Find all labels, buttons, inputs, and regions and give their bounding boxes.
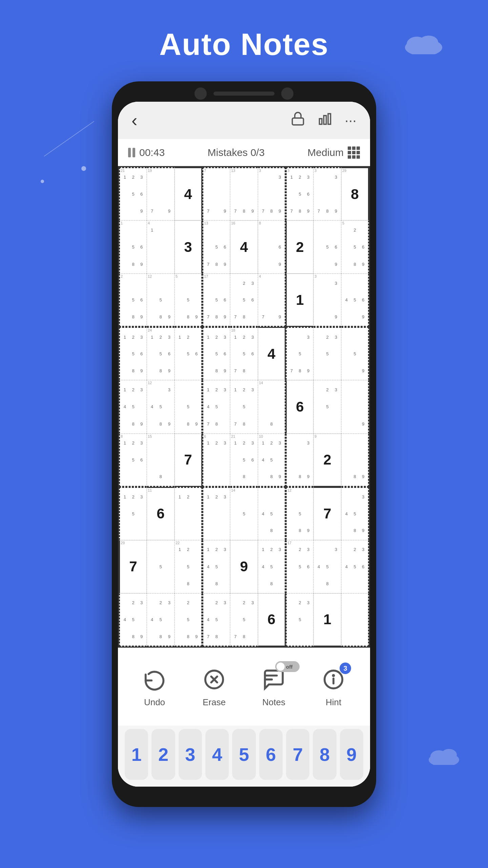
- sudoku-cell-30[interactable]: 1256: [175, 327, 202, 380]
- notes-button[interactable]: off Notes: [260, 666, 287, 708]
- sudoku-cell-15[interactable]: 869: [258, 220, 286, 274]
- undo-button[interactable]: Undo: [141, 666, 168, 708]
- sudoku-cell-63[interactable]: 34589: [341, 487, 369, 540]
- sudoku-cell-77[interactable]: 23578: [230, 593, 258, 647]
- sudoku-cell-52[interactable]: 389: [286, 434, 313, 487]
- sudoku-cell-36[interactable]: 59: [341, 327, 369, 380]
- num-btn-8[interactable]: 8: [313, 729, 336, 780]
- sudoku-cell-3[interactable]: 4: [175, 167, 202, 220]
- sudoku-cell-58[interactable]: 123: [202, 487, 230, 540]
- sudoku-cell-57[interactable]: 12: [175, 487, 202, 540]
- sudoku-cell-13[interactable]: 1356789: [202, 220, 230, 274]
- num-btn-1[interactable]: 1: [125, 729, 148, 780]
- sudoku-cell-28[interactable]: 1235689: [119, 327, 147, 380]
- sudoku-cell-53[interactable]: 92: [313, 434, 341, 487]
- sudoku-cell-79[interactable]: 235: [286, 593, 313, 647]
- sudoku-cell-46[interactable]: 812356: [119, 434, 147, 487]
- sudoku-cell-26[interactable]: 339: [313, 274, 341, 327]
- sudoku-cell-6[interactable]: 33789: [258, 167, 286, 220]
- sudoku-cell-55[interactable]: 1235: [119, 487, 147, 540]
- sudoku-cell-17[interactable]: 569: [313, 220, 341, 274]
- sudoku-cell-21[interactable]: 5589: [175, 274, 202, 327]
- chart-icon[interactable]: [318, 111, 332, 130]
- grid-view-icon[interactable]: [348, 146, 360, 159]
- sudoku-cell-74[interactable]: 234589: [147, 593, 175, 647]
- sudoku-cell-38[interactable]: 1234589: [147, 380, 175, 433]
- sudoku-cell-75[interactable]: 2589: [175, 593, 202, 647]
- pause-icon[interactable]: [128, 148, 135, 157]
- sudoku-cell-60[interactable]: 458: [258, 487, 286, 540]
- sudoku-cell-19[interactable]: 25689: [119, 274, 147, 327]
- sudoku-cell-37[interactable]: 1234589: [119, 380, 147, 433]
- sudoku-cell-70[interactable]: 172356: [286, 540, 313, 593]
- sudoku-cell-66[interactable]: 221258: [175, 540, 202, 593]
- sudoku-cell-64[interactable]: 297: [119, 540, 147, 593]
- sudoku-cell-29[interactable]: 241235689: [147, 327, 175, 380]
- sudoku-cell-23[interactable]: 235678: [230, 274, 258, 327]
- sudoku-cell-5[interactable]: 13789: [230, 167, 258, 220]
- sudoku-cell-32[interactable]: 181235678: [230, 327, 258, 380]
- sudoku-cell-40[interactable]: 1234578: [202, 380, 230, 433]
- sudoku-cell-49[interactable]: 6123: [202, 434, 230, 487]
- sudoku-cell-7[interactable]: 312356789: [286, 167, 313, 220]
- sudoku-cell-48[interactable]: 7: [175, 434, 202, 487]
- sudoku-cell-56[interactable]: 116: [147, 487, 175, 540]
- sudoku-cell-4[interactable]: 779: [202, 167, 230, 220]
- sudoku-cell-41[interactable]: 123578: [230, 380, 258, 433]
- sudoku-cell-78[interactable]: 6: [258, 593, 286, 647]
- sudoku-cell-51[interactable]: 101234589: [258, 434, 286, 487]
- sudoku-cell-33[interactable]: 4: [258, 327, 286, 380]
- sudoku-cell-45[interactable]: 9: [341, 380, 369, 433]
- num-btn-7[interactable]: 7: [286, 729, 309, 780]
- sudoku-cell-59[interactable]: 145: [230, 487, 258, 540]
- sudoku-cell-25[interactable]: 1: [286, 274, 313, 327]
- sudoku-cell-65[interactable]: 5: [147, 540, 175, 593]
- sudoku-cell-9[interactable]: 298: [341, 167, 369, 220]
- sudoku-cell-76[interactable]: 234578: [202, 593, 230, 647]
- sudoku-cell-39[interactable]: 589: [175, 380, 202, 433]
- sudoku-cell-16[interactable]: 2: [286, 220, 313, 274]
- sudoku-cell-80[interactable]: 1: [313, 593, 341, 647]
- sudoku-cell-22[interactable]: 1756789: [202, 274, 230, 327]
- sudoku-cell-62[interactable]: 7: [313, 487, 341, 540]
- sudoku-cell-54[interactable]: 89: [341, 434, 369, 487]
- more-icon[interactable]: ···: [345, 112, 357, 129]
- sudoku-cell-42[interactable]: 148: [258, 380, 286, 433]
- sudoku-cell-1[interactable]: 21123569: [119, 167, 147, 220]
- sudoku-cell-68[interactable]: 9: [230, 540, 258, 593]
- sudoku-grid[interactable]: 2112356919794779137893378931235678933789…: [118, 166, 370, 648]
- num-btn-3[interactable]: 3: [179, 729, 202, 780]
- sudoku-cell-18[interactable]: 525689: [341, 220, 369, 274]
- sudoku-cell-34[interactable]: 35789: [286, 327, 313, 380]
- sudoku-cell-71[interactable]: 3458: [313, 540, 341, 593]
- num-btn-9[interactable]: 9: [340, 729, 363, 780]
- sudoku-cell-61[interactable]: 12589: [286, 487, 313, 540]
- sudoku-cell-44[interactable]: 235: [313, 380, 341, 433]
- notes-toggle[interactable]: off: [275, 661, 300, 672]
- sudoku-cell-31[interactable]: 1235689: [202, 327, 230, 380]
- sudoku-cell-73[interactable]: 234589: [119, 593, 147, 647]
- num-btn-5[interactable]: 5: [232, 729, 256, 780]
- erase-button[interactable]: Erase: [201, 666, 228, 708]
- sudoku-cell-72[interactable]: 23456: [341, 540, 369, 593]
- sudoku-cell-35[interactable]: 235: [313, 327, 341, 380]
- sudoku-cell-8[interactable]: 33789: [313, 167, 341, 220]
- back-button[interactable]: ‹: [131, 110, 137, 131]
- hint-button[interactable]: 3 Hint: [320, 666, 347, 708]
- num-btn-4[interactable]: 4: [205, 729, 229, 780]
- sudoku-cell-43[interactable]: 6: [286, 380, 313, 433]
- sudoku-cell-11[interactable]: 41: [147, 220, 175, 274]
- sudoku-cell-69[interactable]: 123458: [258, 540, 286, 593]
- sudoku-cell-20[interactable]: 12589: [147, 274, 175, 327]
- num-btn-6[interactable]: 6: [259, 729, 283, 780]
- sudoku-cell-10[interactable]: 15689: [119, 220, 147, 274]
- sudoku-cell-12[interactable]: 3: [175, 220, 202, 274]
- sudoku-cell-24[interactable]: 479: [258, 274, 286, 327]
- lock-icon[interactable]: [290, 111, 305, 130]
- sudoku-cell-47[interactable]: 158: [147, 434, 175, 487]
- sudoku-cell-81[interactable]: [341, 593, 369, 647]
- num-btn-2[interactable]: 2: [151, 729, 175, 780]
- sudoku-cell-2[interactable]: 1979: [147, 167, 175, 220]
- sudoku-cell-50[interactable]: 21123568: [230, 434, 258, 487]
- sudoku-cell-14[interactable]: 164: [230, 220, 258, 274]
